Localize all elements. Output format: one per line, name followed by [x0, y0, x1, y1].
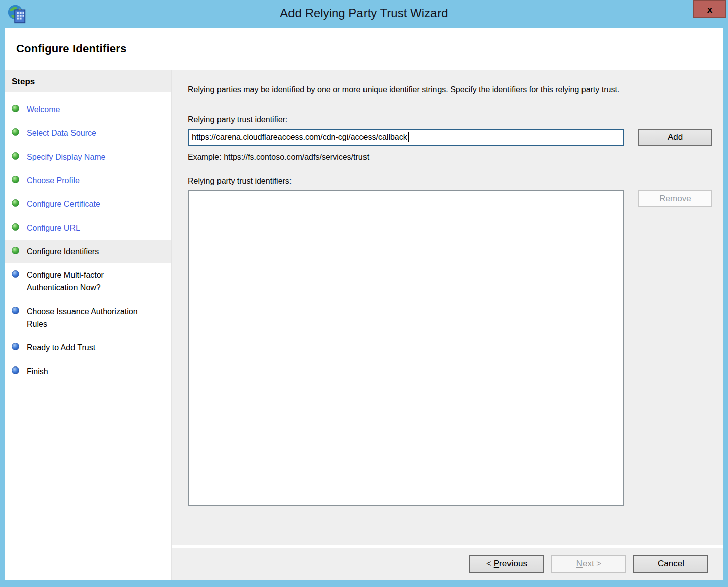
next-button[interactable]: Next >	[551, 555, 626, 573]
step-label: Select Data Source	[27, 127, 96, 139]
sidebar-item-choose-profile[interactable]: Choose Profile	[5, 169, 171, 192]
step-bullet-icon	[12, 247, 19, 254]
identifier-field-label: Relying party trust identifier:	[188, 115, 723, 124]
footer-button-bar: < Previous Next > Cancel	[172, 548, 723, 580]
step-label: Choose Issuance Authorization Rules	[27, 305, 145, 330]
identifiers-listbox[interactable]	[188, 190, 624, 506]
sidebar-item-finish: Finish	[5, 359, 171, 383]
step-bullet-icon	[12, 105, 19, 112]
step-bullet-icon	[12, 307, 19, 314]
step-bullet-icon	[12, 270, 19, 278]
sidebar-item-ready-to-add-trust: Ready to Add Trust	[5, 336, 171, 359]
step-bullet-icon	[12, 152, 19, 160]
step-label: Configure Identifiers	[27, 245, 99, 258]
step-label: Welcome	[27, 103, 60, 116]
page-header: Configure Identifiers	[5, 28, 723, 70]
titlebar: Add Relying Party Trust Wizard x	[0, 0, 728, 28]
sidebar-item-choose-issuance-authorization-rules: Choose Issuance Authorization Rules	[5, 300, 171, 336]
sidebar-item-configure-identifiers[interactable]: Configure Identifiers	[5, 240, 171, 263]
step-bullet-icon	[12, 343, 19, 350]
step-bullet-icon	[12, 223, 19, 231]
step-label: Finish	[27, 365, 48, 378]
steps-list: Welcome Select Data Source Specify Displ…	[5, 93, 171, 383]
cancel-button[interactable]: Cancel	[633, 555, 708, 573]
steps-sidebar: Steps Welcome Select Data Source Specify…	[5, 70, 172, 580]
main-content: Relying parties may be identified by one…	[172, 70, 723, 545]
sidebar-item-configure-certificate[interactable]: Configure Certificate	[5, 192, 171, 216]
sidebar-item-configure-url[interactable]: Configure URL	[5, 216, 171, 240]
example-text: Example: https://fs.contoso.com/adfs/ser…	[188, 153, 723, 162]
previous-button[interactable]: < Previous	[469, 555, 544, 573]
sidebar-item-configure-multi-factor-authentication-now: Configure Multi-factor Authentication No…	[5, 263, 171, 300]
identifiers-list-label: Relying party trust identifiers:	[188, 177, 723, 186]
step-label: Ready to Add Trust	[27, 341, 95, 354]
sidebar-item-select-data-source[interactable]: Select Data Source	[5, 121, 171, 145]
step-bullet-icon	[12, 176, 19, 183]
add-button[interactable]: Add	[638, 129, 712, 146]
step-label: Specify Display Name	[27, 151, 106, 163]
close-button[interactable]: x	[693, 0, 726, 18]
wizard-window: Configure Identifiers Steps Welcome Sele…	[5, 28, 723, 580]
relying-party-identifier-input[interactable]: https://carena.cloudflareaccess.com/cdn-…	[188, 129, 624, 146]
sidebar-item-welcome[interactable]: Welcome	[5, 98, 171, 121]
steps-header: Steps	[5, 70, 171, 93]
intro-text: Relying parties may be identified by one…	[188, 83, 706, 96]
step-label: Choose Profile	[27, 174, 80, 187]
identifier-input-value: https://carena.cloudflareaccess.com/cdn-…	[192, 133, 407, 142]
text-caret	[408, 132, 409, 142]
step-label: Configure Multi-factor Authentication No…	[27, 269, 145, 294]
remove-button[interactable]: Remove	[638, 190, 712, 207]
page-title: Configure Identifiers	[16, 42, 723, 55]
window-title: Add Relying Party Trust Wizard	[0, 0, 728, 28]
step-label: Configure URL	[27, 222, 80, 234]
step-bullet-icon	[12, 128, 19, 136]
step-bullet-icon	[12, 366, 19, 374]
sidebar-item-specify-display-name[interactable]: Specify Display Name	[5, 145, 171, 169]
step-label: Configure Certificate	[27, 198, 100, 210]
step-bullet-icon	[12, 199, 19, 207]
